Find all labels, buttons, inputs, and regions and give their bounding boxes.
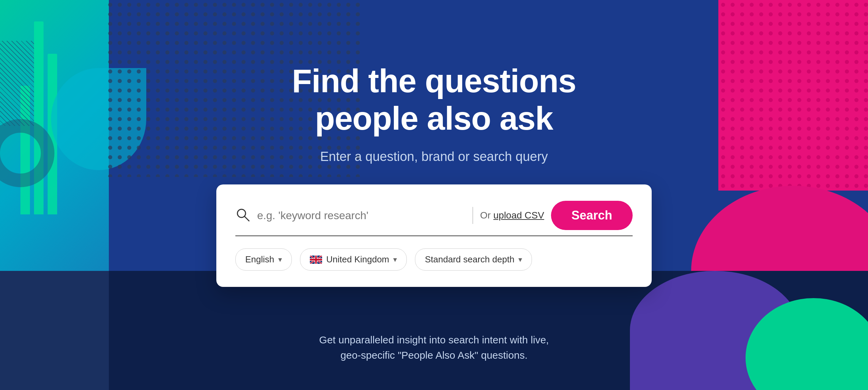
uk-flag-icon [310,256,322,264]
language-chevron-icon: ▾ [278,255,282,264]
main-content: Find the questions people also ask Enter… [0,62,868,287]
svg-point-4 [237,209,246,217]
depth-filter[interactable]: Standard search depth ▾ [415,248,532,271]
country-filter[interactable]: United Kingdom ▾ [300,248,407,271]
search-button[interactable]: Search [551,201,633,230]
upload-prefix-label: Or [480,210,490,221]
search-icon-wrapper [235,207,250,224]
bottom-text-line2: geo-specific "People Also Ask" questions… [281,347,587,363]
bottom-dark-left [0,271,109,390]
search-row: Or upload CSV Search [235,201,633,236]
country-label: United Kingdom [326,254,389,265]
input-divider [472,207,473,224]
upload-csv-link[interactable]: upload CSV [493,210,544,221]
search-card: Or upload CSV Search English ▾ [216,184,652,287]
language-filter[interactable]: English ▾ [235,248,292,271]
svg-line-5 [245,216,249,221]
depth-label: Standard search depth [425,254,514,265]
hero-section: ★ ★ [0,0,868,390]
search-input[interactable] [257,209,466,222]
bottom-text-line1: Get unparalleled insight into search int… [281,332,587,347]
filter-row: English ▾ United Kingdom ▾ [235,248,633,271]
depth-chevron-icon: ▾ [518,255,522,264]
hero-subtitle: Enter a question, brand or search query [320,149,548,164]
upload-csv-section: Or upload CSV [480,210,544,221]
country-chevron-icon: ▾ [393,255,397,264]
search-icon [235,207,250,222]
bottom-text: Get unparalleled insight into search int… [281,332,587,363]
hero-title: Find the questions people also ask [247,62,621,137]
language-label: English [245,254,274,265]
